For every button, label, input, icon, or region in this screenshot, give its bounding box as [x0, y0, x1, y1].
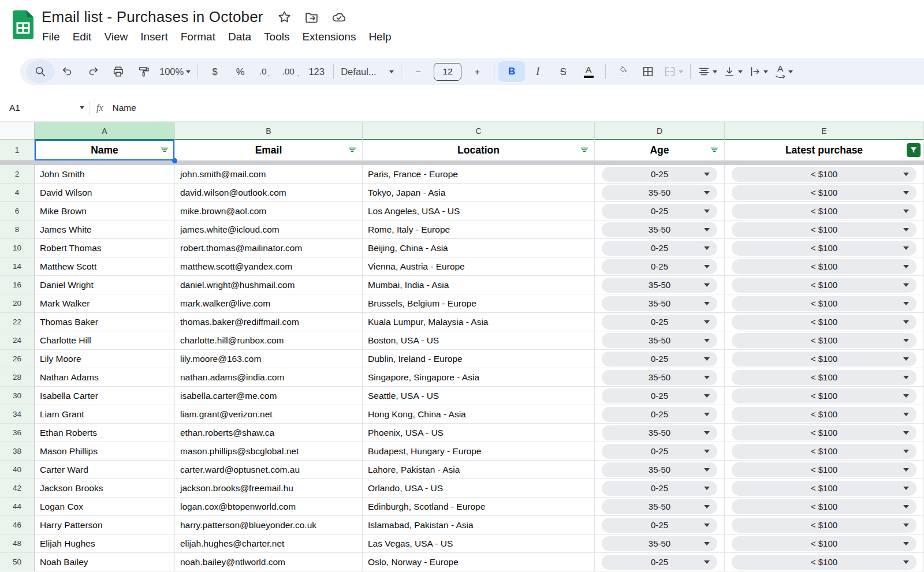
menu-item-format[interactable]: Format — [174, 29, 222, 45]
email-cell[interactable]: elijah.hughes@charter.net — [175, 534, 363, 553]
email-cell[interactable]: john.smith@mail.com — [175, 165, 363, 184]
name-box[interactable]: A1 — [0, 103, 84, 113]
column-header-C[interactable]: C — [363, 122, 595, 140]
age-dropdown-chip[interactable]: 0-25 — [602, 444, 717, 459]
row-header-30[interactable]: 30 — [0, 387, 35, 405]
menu-item-view[interactable]: View — [98, 29, 134, 45]
purchase-dropdown-chip[interactable]: < $100 — [732, 388, 916, 403]
name-cell[interactable]: Carter Ward — [35, 461, 175, 479]
purchase-dropdown-chip[interactable]: < $100 — [732, 278, 916, 293]
location-cell[interactable]: Budapest, Hungary - Europe — [363, 442, 595, 461]
row-header-8[interactable]: 8 — [0, 220, 35, 239]
email-cell[interactable]: charlotte.hill@runbox.com — [175, 331, 363, 350]
location-cell[interactable]: Phoenix, USA - US — [363, 424, 595, 442]
email-cell[interactable]: thomas.baker@rediffmail.com — [175, 313, 363, 331]
email-cell[interactable]: liam.grant@verizon.net — [175, 405, 363, 424]
row-header-48[interactable]: 48 — [0, 534, 35, 553]
age-dropdown-chip[interactable]: 35-50 — [602, 425, 717, 440]
paint-format-button[interactable] — [131, 61, 157, 82]
filter-icon[interactable] — [580, 145, 589, 155]
purchase-dropdown-chip[interactable]: < $100 — [732, 555, 916, 570]
age-dropdown-chip[interactable]: 35-50 — [602, 296, 717, 311]
font-size-input[interactable]: 12 — [434, 63, 461, 81]
email-cell[interactable]: logan.cox@btopenworld.com — [175, 498, 363, 516]
location-cell[interactable]: Lahore, Pakistan - Asia — [363, 461, 595, 479]
location-cell[interactable]: Singapore, Singapore - Asia — [363, 368, 595, 387]
column-header-D[interactable]: D — [595, 122, 725, 140]
age-dropdown-chip[interactable]: 0-25 — [602, 204, 717, 219]
zoom-control[interactable]: 100% — [157, 61, 193, 82]
row-header-46[interactable]: 46 — [0, 516, 35, 534]
email-cell[interactable]: james.white@icloud.com — [175, 220, 363, 239]
purchase-dropdown-chip[interactable]: < $100 — [732, 333, 916, 348]
bold-button[interactable]: B — [498, 61, 525, 82]
row-header-26[interactable]: 26 — [0, 350, 35, 368]
email-cell[interactable]: mark.walker@live.com — [175, 294, 363, 313]
age-dropdown-chip[interactable]: 0-25 — [602, 167, 717, 182]
header-cell-email[interactable]: Email — [175, 140, 363, 160]
strikethrough-button[interactable]: S — [550, 61, 576, 82]
format-percent-button[interactable]: % — [228, 61, 253, 82]
email-cell[interactable]: david.wilson@outlook.com — [175, 184, 363, 202]
name-cell[interactable]: Harry Patterson — [35, 516, 175, 534]
name-cell[interactable]: John Smith — [35, 165, 175, 184]
email-cell[interactable]: daniel.wright@hushmail.com — [175, 276, 363, 294]
font-selector[interactable]: Defaul... — [338, 61, 397, 82]
redo-button[interactable] — [80, 61, 106, 82]
purchase-dropdown-chip[interactable]: < $100 — [732, 536, 916, 551]
row-header-16[interactable]: 16 — [0, 276, 35, 294]
age-dropdown-chip[interactable]: 0-25 — [602, 315, 717, 330]
increase-decimal-button[interactable]: .00→ — [278, 61, 304, 82]
email-cell[interactable]: nathan.adams@india.com — [175, 368, 363, 387]
location-cell[interactable]: Oslo, Norway - Europe — [363, 553, 595, 571]
purchase-dropdown-chip[interactable]: < $100 — [732, 481, 916, 496]
name-cell[interactable]: Lily Moore — [35, 350, 175, 368]
purchase-dropdown-chip[interactable]: < $100 — [732, 425, 916, 440]
age-dropdown-chip[interactable]: 35-50 — [602, 222, 717, 237]
age-dropdown-chip[interactable]: 35-50 — [602, 536, 717, 551]
name-cell[interactable]: Liam Grant — [35, 405, 175, 424]
star-icon[interactable] — [277, 10, 292, 24]
location-cell[interactable]: Seattle, USA - US — [363, 387, 595, 405]
email-cell[interactable]: jackson.brooks@freemail.hu — [175, 479, 363, 498]
row-header-1[interactable]: 1 — [0, 140, 35, 160]
menu-item-extensions[interactable]: Extensions — [296, 29, 362, 45]
name-cell[interactable]: Thomas Baker — [35, 313, 175, 331]
age-dropdown-chip[interactable]: 0-25 — [602, 555, 717, 570]
increase-font-size-button[interactable]: + — [464, 61, 490, 82]
row-header-40[interactable]: 40 — [0, 461, 35, 479]
age-dropdown-chip[interactable]: 0-25 — [602, 241, 717, 256]
location-cell[interactable]: Edinburgh, Scotland - Europe — [363, 498, 595, 516]
age-dropdown-chip[interactable]: 0-25 — [602, 518, 717, 533]
search-button[interactable] — [26, 60, 55, 83]
row-header-4[interactable]: 4 — [0, 184, 35, 202]
row-header-50[interactable]: 50 — [0, 553, 35, 571]
location-cell[interactable]: Orlando, USA - US — [363, 479, 595, 498]
menu-item-tools[interactable]: Tools — [258, 29, 296, 45]
header-cell-location[interactable]: Location — [363, 140, 595, 160]
menu-item-file[interactable]: File — [36, 29, 66, 45]
text-wrapping-button[interactable] — [746, 61, 771, 82]
location-cell[interactable]: Paris, France - Europe — [363, 165, 595, 184]
name-cell[interactable]: Nathan Adams — [35, 368, 175, 387]
header-cell-age[interactable]: Age — [595, 140, 725, 160]
formula-input[interactable]: Name — [113, 103, 136, 113]
name-cell[interactable]: Charlotte Hill — [35, 331, 175, 350]
purchase-dropdown-chip[interactable]: < $100 — [732, 241, 916, 256]
horizontal-align-button[interactable] — [695, 61, 720, 82]
purchase-dropdown-chip[interactable]: < $100 — [732, 444, 916, 459]
name-cell[interactable]: David Wilson — [35, 184, 175, 202]
row-header-36[interactable]: 36 — [0, 424, 35, 442]
row-header-42[interactable]: 42 — [0, 479, 35, 498]
merge-cells-button[interactable] — [661, 61, 686, 82]
purchase-dropdown-chip[interactable]: < $100 — [732, 315, 916, 330]
purchase-dropdown-chip[interactable]: < $100 — [732, 518, 916, 533]
name-cell[interactable]: Matthew Scott — [35, 257, 175, 276]
location-cell[interactable]: Mumbai, India - Asia — [363, 276, 595, 294]
age-dropdown-chip[interactable]: 35-50 — [602, 499, 717, 514]
filter-icon[interactable] — [348, 145, 357, 155]
decrease-font-size-button[interactable]: − — [405, 61, 431, 82]
row-header-34[interactable]: 34 — [0, 405, 35, 424]
age-dropdown-chip[interactable]: 0-25 — [602, 259, 717, 274]
name-cell[interactable]: Ethan Roberts — [35, 424, 175, 442]
